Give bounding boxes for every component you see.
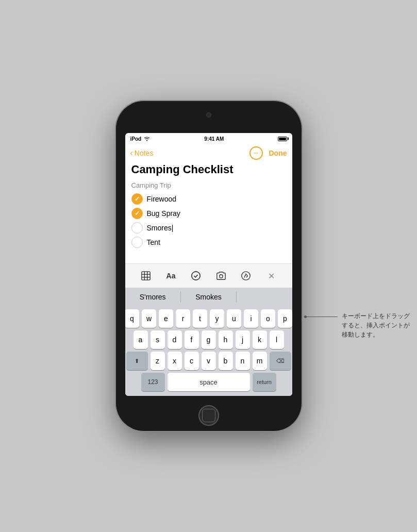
svg-point-5 [192, 272, 200, 280]
key-k[interactable]: k [253, 330, 267, 349]
keyboard-row-1: q w e r t y u i o p [127, 309, 290, 328]
svg-rect-0 [142, 272, 150, 280]
back-button[interactable]: ‹ Notes [130, 148, 154, 158]
key-shift[interactable]: ⬆ [126, 352, 148, 370]
annotation-text: キーボード上をドラッグ すると、挿入ポイントが 移動します。 [342, 311, 410, 339]
close-icon: ✕ [268, 271, 275, 281]
checklist-button[interactable] [188, 268, 204, 284]
item-text-3: Smores [147, 224, 174, 232]
carrier-label: iPod [130, 136, 142, 142]
key-t[interactable]: t [193, 309, 207, 328]
autocomplete-item-2[interactable]: Smokes [181, 288, 236, 306]
checkbox-3[interactable] [131, 222, 143, 234]
note-content: Camping Checklist Camping Trip Firewood … [125, 163, 292, 263]
key-p[interactable]: p [278, 309, 292, 328]
markup-button[interactable] [238, 268, 254, 284]
checklist-item-1: Firewood [131, 193, 286, 205]
key-j[interactable]: j [236, 330, 250, 349]
key-o[interactable]: o [261, 309, 275, 328]
annotation-line [307, 317, 338, 317]
autocomplete-item-1[interactable]: S'mores [125, 288, 180, 306]
item-text-2: Bug Spray [147, 209, 180, 218]
autocomplete-bar: S'mores Smokes [125, 288, 292, 306]
svg-point-7 [242, 272, 250, 280]
key-l[interactable]: l [270, 330, 284, 349]
formatting-toolbar: Aa ✕ [125, 263, 292, 288]
key-m[interactable]: m [253, 352, 267, 370]
key-v[interactable]: v [202, 352, 216, 370]
keyboard-row-4: 123 space return [127, 373, 290, 391]
navigation-bar: ‹ Notes ··· Done [125, 144, 292, 163]
more-icon: ··· [254, 151, 258, 156]
key-x[interactable]: x [168, 352, 182, 370]
time-display: 9:41 AM [204, 136, 224, 142]
key-e[interactable]: e [159, 309, 173, 328]
key-a[interactable]: a [134, 330, 148, 349]
key-w[interactable]: w [142, 309, 156, 328]
done-button[interactable]: Done [269, 149, 287, 157]
format-label: Aa [166, 272, 176, 280]
note-subtitle: Camping Trip [131, 181, 286, 189]
checkbox-2[interactable] [131, 208, 143, 219]
key-n[interactable]: n [236, 352, 250, 370]
checklist-item-4: Tent [131, 237, 286, 248]
note-title[interactable]: Camping Checklist [131, 163, 286, 176]
item-text-4: Tent [147, 238, 160, 246]
key-s[interactable]: s [151, 330, 165, 349]
format-button[interactable]: Aa [163, 268, 178, 284]
key-b[interactable]: b [219, 352, 233, 370]
camera-button[interactable] [213, 268, 229, 284]
camera-notch [206, 112, 211, 118]
home-button[interactable] [198, 405, 219, 426]
key-d[interactable]: d [168, 330, 182, 349]
status-bar: iPod 9:41 AM [125, 133, 292, 144]
key-g[interactable]: g [202, 330, 216, 349]
item-text-1: Firewood [147, 195, 177, 203]
svg-point-6 [220, 275, 223, 278]
key-u[interactable]: u [227, 309, 241, 328]
table-button[interactable] [138, 268, 154, 284]
key-i[interactable]: i [244, 309, 258, 328]
key-z[interactable]: z [151, 352, 165, 370]
chevron-left-icon: ‹ [130, 148, 133, 158]
checklist-item-3: Smores [131, 222, 286, 234]
keyboard-row-3: ⬆ z x c v b n m ⌫ [127, 352, 290, 370]
key-r[interactable]: r [176, 309, 190, 328]
battery-icon [278, 137, 287, 141]
key-y[interactable]: y [210, 309, 224, 328]
annotation: キーボード上をドラッグ すると、挿入ポイントが 移動します。 [304, 311, 410, 339]
more-button[interactable]: ··· [249, 146, 263, 160]
key-c[interactable]: c [185, 352, 199, 370]
key-delete[interactable]: ⌫ [270, 352, 291, 370]
wifi-icon [143, 136, 151, 142]
back-label: Notes [135, 149, 154, 157]
keyboard-row-2: a s d f g h j k l [127, 330, 290, 349]
keyboard[interactable]: q w e r t y u i o p a s d f g h j k [125, 306, 292, 396]
checkbox-4[interactable] [131, 237, 143, 248]
key-q[interactable]: q [125, 309, 140, 328]
checklist-item-2: Bug Spray [131, 208, 286, 219]
key-f[interactable]: f [185, 330, 199, 349]
key-numbers[interactable]: 123 [141, 373, 165, 391]
key-space[interactable]: space [168, 373, 250, 391]
key-return[interactable]: return [253, 373, 276, 391]
checkbox-1[interactable] [131, 193, 143, 205]
close-toolbar-button[interactable]: ✕ [263, 268, 279, 284]
autocomplete-item-3[interactable] [237, 288, 292, 306]
key-h[interactable]: h [219, 330, 233, 349]
